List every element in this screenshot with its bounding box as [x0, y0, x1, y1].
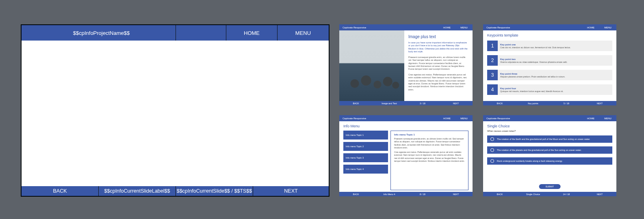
- thumb-menu: MENU: [455, 26, 473, 29]
- keypoint-text: Key point two Viverra vulputate eu eu vi…: [498, 55, 612, 66]
- keypoint-number: 3: [487, 70, 498, 80]
- thumbnail-strip: Captivate Responsive HOME MENU Image plu…: [339, 24, 632, 196]
- thumb-keypoints[interactable]: Captivate Responsive HOME MENU Keypoints…: [483, 24, 616, 105]
- thumb-home: HOME: [438, 26, 455, 29]
- submit-button: SUBMIT: [539, 184, 561, 189]
- info-menu-tab: Info menu Topic 3: [343, 153, 388, 162]
- keypoint-body: Quisque nisl mauris, interdum luctus aug…: [500, 90, 610, 92]
- main-body: [22, 41, 329, 186]
- thumb-label: Info Menu 4: [373, 193, 406, 195]
- thumb-header: Captivate Responsive HOME MENU: [339, 115, 473, 121]
- info-pane-para: Praesent consequat gravida enim, ac ultr…: [394, 137, 465, 149]
- option-row: The rotation of the Earth and the gravit…: [487, 135, 612, 143]
- keypoint-head: Key point three: [500, 73, 610, 75]
- thumb-next: NEXT: [583, 193, 616, 195]
- keypoint-text: Key point four Quisque nisl mauris, inte…: [498, 84, 612, 95]
- thumb-count: 5 / 18: [550, 102, 583, 105]
- thumb-footer: BACK Single Choice 14 / 18 NEXT: [483, 192, 616, 196]
- thumb-footer: BACK Info Menu 4 8 / 18 NEXT: [339, 192, 473, 196]
- keypoint-text: Key point one Cras dui mi, interdum ac d…: [498, 41, 612, 51]
- keypoint-row: 4 Key point four Quisque nisl mauris, in…: [487, 84, 612, 95]
- info-menu-side: Info menu Topic 1 Info menu Topic 2 Info…: [343, 131, 388, 190]
- thumb-image: [339, 30, 404, 101]
- thumb-back: BACK: [483, 193, 516, 195]
- info-menu-tab: Info menu Topic 4: [343, 165, 388, 174]
- thumb-heading: Image plus text: [408, 34, 468, 39]
- thumb-label: Single Choice: [516, 193, 550, 195]
- main-footer: BACK $$cpInfoCurrentSlideLabel$$ $$cpInf…: [22, 186, 329, 196]
- thumb-para1: Praesent consequat gravida enim, ac ultr…: [408, 56, 468, 71]
- thumb-count: 8 / 18: [406, 193, 439, 195]
- thumb-title: Captivate Responsive: [483, 26, 582, 29]
- keypoint-number: 1: [487, 41, 498, 51]
- thumb-single-choice[interactable]: Captivate Responsive HOME MENU Single Ch…: [483, 115, 616, 196]
- thumb-title: Captivate Responsive: [483, 117, 582, 120]
- header-spacer: [176, 25, 226, 41]
- keypoint-number: 4: [487, 84, 498, 95]
- home-button[interactable]: HOME: [226, 25, 278, 41]
- keypoint-head: Key point two: [500, 58, 610, 60]
- option-list: The rotation of the Earth and the gravit…: [487, 135, 612, 168]
- info-pane-para: Cras egestas est metus. Pellentesque ven…: [394, 151, 465, 163]
- info-menu-tab: Info menu Topic 2: [343, 142, 388, 151]
- thumb-para2: Cras egestas est metus. Pellentesque ven…: [408, 73, 468, 92]
- keypoint-head: Key point four: [500, 87, 610, 90]
- info-menu-wrap: Info menu Topic 1 Info menu Topic 2 Info…: [343, 131, 468, 190]
- info-menu-pane: Info menu Topic 1 Praesent consequat gra…: [390, 131, 468, 190]
- thumb-menu: MENU: [599, 26, 616, 29]
- thumb-image-plus-text[interactable]: Captivate Responsive HOME MENU Image plu…: [339, 24, 473, 105]
- menu-button[interactable]: MENU: [278, 25, 329, 41]
- thumb-menu: MENU: [455, 117, 473, 120]
- thumb-next: NEXT: [439, 193, 473, 195]
- keypoint-row: 3 Key point three Aliquam placerat ornar…: [487, 70, 612, 80]
- thumb-footer: BACK Image and Text 3 / 18 NEXT: [339, 101, 473, 105]
- thumb-title: Captivate Responsive: [339, 26, 438, 29]
- keypoint-row: 1 Key point one Cras dui mi, interdum ac…: [487, 41, 612, 51]
- thumb-heading: Info Menu: [343, 124, 360, 128]
- thumb-count: 3 / 18: [406, 102, 439, 105]
- keypoint-list: 1 Key point one Cras dui mi, interdum ac…: [487, 41, 612, 99]
- thumb-question: What causes ocean tides?: [487, 130, 516, 132]
- thumb-label: Image and Text: [373, 102, 406, 105]
- keypoint-row: 2 Key point two Viverra vulputate eu eu …: [487, 55, 612, 66]
- thumb-menu: MENU: [599, 117, 616, 120]
- keypoint-number: 2: [487, 55, 498, 66]
- keypoint-text: Key point three Aliquam placerat ornare …: [498, 70, 612, 80]
- thumb-emphasis: In case you have some important informat…: [408, 41, 468, 54]
- option-row: Rock underground suddenly breaks along a…: [487, 157, 612, 165]
- thumb-heading: Keypoints template: [487, 33, 518, 37]
- thumb-label: Key points: [516, 102, 550, 105]
- thumb-next: NEXT: [439, 102, 473, 105]
- thumb-home: HOME: [582, 117, 599, 120]
- thumb-back: BACK: [339, 193, 373, 195]
- thumb-footer: BACK Key points 5 / 18 NEXT: [483, 101, 616, 105]
- next-button[interactable]: NEXT: [253, 186, 329, 196]
- thumb-title: Captivate Responsive: [339, 117, 438, 120]
- thumb-back: BACK: [483, 102, 516, 105]
- thumb-back: BACK: [339, 102, 373, 105]
- back-button[interactable]: BACK: [22, 186, 99, 196]
- option-row: The rotation of the planets and the grav…: [487, 146, 612, 154]
- thumb-heading: Single Choice: [487, 124, 510, 128]
- thumb-header: Captivate Responsive HOME MENU: [483, 24, 616, 30]
- main-header: $$cpInfoProjectName$$ HOME MENU: [22, 25, 329, 41]
- keypoint-body: Cras dui mi, interdum ac dictum non, fer…: [500, 46, 610, 49]
- thumb-header: Captivate Responsive HOME MENU: [483, 115, 616, 121]
- main-slide: $$cpInfoProjectName$$ HOME MENU BACK $$c…: [21, 24, 330, 197]
- slide-counter: $$cpInfoCurrentSlide$$ / $$TS$$: [176, 186, 253, 196]
- info-menu-tab: Info menu Topic 1: [343, 131, 388, 140]
- keypoint-body: Aliquam placerat ornare pretium. Proin v…: [500, 75, 610, 78]
- keypoint-head: Key point one: [500, 43, 610, 46]
- slide-label: $$cpInfoCurrentSlideLabel$$: [99, 186, 176, 196]
- info-pane-title: Info menu Topic 1: [394, 133, 465, 136]
- project-name: $$cpInfoProjectName$$: [22, 25, 176, 41]
- thumb-count: 14 / 18: [550, 193, 583, 195]
- thumb-text: Image plus text In case you have some im…: [408, 34, 468, 94]
- thumb-next: NEXT: [583, 102, 616, 105]
- thumb-home: HOME: [438, 117, 455, 120]
- thumb-home: HOME: [582, 26, 599, 29]
- thumb-header: Captivate Responsive HOME MENU: [339, 24, 473, 30]
- thumb-info-menu[interactable]: Captivate Responsive HOME MENU Info Menu…: [339, 115, 473, 196]
- keypoint-body: Viverra vulputate eu eu vitae scelerisqu…: [500, 61, 610, 63]
